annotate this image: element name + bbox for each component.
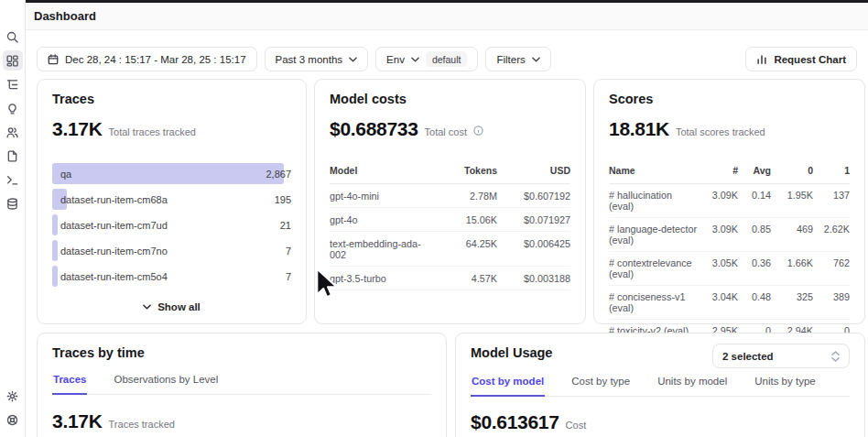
model-usage-header: Model Usage 2 selected	[471, 345, 850, 368]
model-tokens: 2.78M	[437, 191, 497, 202]
trace-count: 7	[286, 271, 291, 282]
chevron-down-icon	[532, 57, 540, 62]
trace-bar-row: qa 2,867	[52, 163, 291, 184]
model-usd: $0.006425	[497, 238, 570, 260]
document-icon[interactable]	[3, 146, 23, 166]
terminal-icon[interactable]	[3, 169, 23, 190]
dashboard-grid-icon[interactable]	[3, 50, 23, 71]
sidebar	[0, 0, 26, 437]
lifebuoy-icon[interactable]	[3, 410, 23, 430]
score-zero: 325	[771, 291, 813, 313]
score-zero: 469	[771, 224, 813, 246]
tab-units-by-type[interactable]: Units by type	[754, 376, 816, 396]
model-usage-total: $0.613617	[471, 411, 559, 433]
col-zero: 0	[771, 165, 813, 176]
traces-bar-list: qa 2,867 dataset-run-item-cm68a 195 data…	[52, 163, 291, 287]
search-icon[interactable]	[3, 27, 23, 47]
traces-total: 3.17K	[52, 118, 103, 140]
model-usage-card: Model Usage 2 selected Cost by model Cos…	[455, 333, 865, 437]
model-tokens: 4.57K	[437, 273, 497, 284]
score-count: 3.09K	[700, 224, 738, 246]
trace-bar-row: dataset-run-item-cm5o4 7	[52, 266, 291, 287]
model-select[interactable]: 2 selected	[712, 344, 850, 368]
table-row: # contextrelevance (eval) 3.05K 0.36 1.6…	[609, 252, 850, 286]
model-name: gpt-4o-mini	[330, 191, 437, 202]
col-one: 1	[813, 165, 850, 176]
score-name: # hallucination (eval)	[609, 190, 700, 212]
score-zero: 1.95K	[771, 190, 813, 212]
trace-bar-row: dataset-run-item-cm7ud 21	[52, 214, 291, 235]
env-filter-button[interactable]: Env default	[375, 47, 478, 71]
score-one: 389	[813, 291, 850, 313]
dashboard-page: { "header": { "title": "Dashboard" }, "s…	[0, 0, 868, 437]
request-chart-label: Request Chart	[774, 54, 846, 65]
traces-by-time-card: Traces by time Traces Observations by Le…	[37, 333, 447, 437]
tab-observations-by-level[interactable]: Observations by Level	[113, 374, 219, 394]
model-costs-table: Model Tokens USD gpt-4o-mini 2.78M $0.60…	[330, 161, 570, 290]
scores-total-row: 18.81K Total scores tracked	[609, 118, 850, 140]
chevron-down-icon	[349, 57, 357, 62]
database-icon[interactable]	[3, 193, 23, 213]
scores-total: 18.81K	[609, 118, 669, 140]
model-costs-subtitle: Total cost	[425, 126, 467, 137]
chevrons-up-down-icon	[831, 351, 840, 362]
score-avg: 0.85	[738, 224, 771, 246]
list-tree-icon[interactable]	[3, 74, 23, 94]
traces-by-time-total-row: 3.17K Traces tracked	[52, 410, 431, 432]
score-avg: 0.36	[738, 257, 771, 279]
info-icon[interactable]	[473, 126, 483, 136]
filter-bar: Dec 28, 24 : 15:17 - Mar 28, 25 : 15:17 …	[37, 47, 857, 71]
trace-bar-row: dataset-run-item-cm7no 7	[52, 240, 291, 261]
model-costs-table-header: Model Tokens USD	[330, 161, 570, 184]
score-name: # language-detector (eval)	[609, 224, 700, 246]
score-count: 3.09K	[700, 190, 738, 212]
date-range-label: Dec 28, 24 : 15:17 - Mar 28, 25 : 15:17	[65, 54, 246, 65]
trace-name: dataset-run-item-cm68a	[52, 194, 275, 205]
model-tokens: 15.06K	[437, 214, 497, 225]
trace-name: qa	[52, 169, 266, 180]
model-usage-tabs: Cost by model Cost by type Units by mode…	[471, 376, 850, 397]
score-count: 3.05K	[700, 257, 738, 279]
tab-units-by-model[interactable]: Units by model	[656, 376, 728, 396]
model-costs-title: Model costs	[330, 92, 570, 106]
score-one: 762	[813, 257, 850, 279]
traces-by-time-total: 3.17K	[52, 410, 103, 432]
model-costs-total-row: $0.688733 Total cost	[330, 118, 570, 140]
score-zero: 1.66K	[771, 257, 813, 279]
col-count: #	[700, 165, 738, 176]
score-avg: 0.48	[738, 291, 771, 313]
traces-show-all-button[interactable]: Show all	[52, 301, 291, 312]
score-avg: 0.14	[738, 190, 771, 212]
model-costs-card: Model costs $0.688733 Total cost Model T…	[314, 79, 586, 324]
tab-traces[interactable]: Traces	[52, 374, 87, 395]
lightbulb-icon[interactable]	[3, 98, 23, 118]
trace-name: dataset-run-item-cm7ud	[52, 220, 280, 231]
tab-cost-by-model[interactable]: Cost by model	[471, 376, 545, 397]
model-usd: $0.607192	[497, 191, 570, 202]
traces-total-subtitle: Total traces tracked	[109, 126, 196, 137]
scores-table-header: Name # Avg 0 1	[609, 161, 850, 184]
date-range-button[interactable]: Dec 28, 24 : 15:17 - Mar 28, 25 : 15:17	[37, 47, 257, 71]
request-chart-button[interactable]: Request Chart	[745, 47, 857, 71]
tab-cost-by-type[interactable]: Cost by type	[570, 376, 631, 396]
model-usd: $0.071927	[497, 214, 570, 225]
model-select-value: 2 selected	[722, 351, 774, 362]
model-usage-title: Model Usage	[471, 345, 552, 360]
date-preset-label: Past 3 months	[276, 54, 343, 65]
score-count: 3.04K	[700, 291, 738, 313]
scores-table: Name # Avg 0 1 # hallucination (eval) 3.…	[609, 161, 850, 343]
model-costs-total: $0.688733	[330, 118, 418, 140]
page-title: Dashboard	[34, 9, 96, 23]
gear-icon[interactable]	[3, 386, 23, 406]
env-label: Env	[386, 54, 405, 65]
model-tokens: 64.25K	[437, 238, 497, 260]
date-preset-button[interactable]: Past 3 months	[265, 47, 369, 71]
show-all-label: Show all	[157, 301, 201, 312]
filters-button[interactable]: Filters	[485, 47, 550, 71]
users-icon[interactable]	[3, 122, 23, 142]
traces-total-row: 3.17K Total traces tracked	[52, 118, 291, 140]
trace-count: 2,867	[266, 169, 291, 180]
table-row: gpt-4o-mini 2.78M $0.607192	[330, 184, 570, 208]
table-row: text-embedding-ada-002 64.25K $0.006425	[330, 232, 570, 267]
scores-subtitle: Total scores tracked	[676, 126, 765, 137]
